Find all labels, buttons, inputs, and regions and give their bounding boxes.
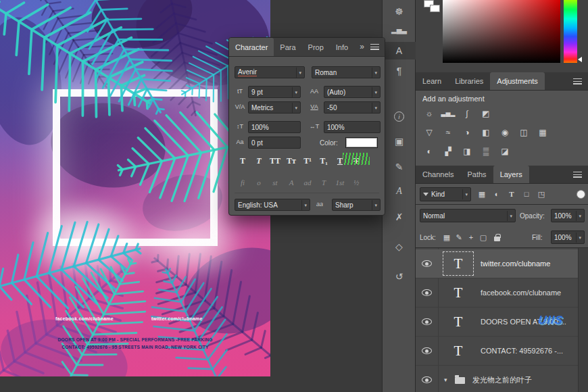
type-layer-thumbnail[interactable]: T xyxy=(448,312,468,332)
type-layer-thumbnail[interactable]: T xyxy=(448,283,468,303)
kerning-select[interactable]: Metrics xyxy=(248,101,301,114)
tab-character[interactable]: Character xyxy=(229,38,274,56)
levels-icon[interactable]: ▃▅▂ xyxy=(440,107,456,120)
panel-menu-icon[interactable] xyxy=(573,172,582,178)
channel-mixer-icon[interactable]: ◫ xyxy=(516,126,532,139)
opacity-field[interactable]: 100% xyxy=(551,209,585,222)
tab-adjustments[interactable]: Adjustments xyxy=(490,72,545,90)
collapse-panel-icon[interactable]: » xyxy=(360,42,364,51)
tab-layers[interactable]: Layers xyxy=(493,166,529,183)
type-layer-thumbnail[interactable]: T xyxy=(448,341,468,361)
selective-color-icon[interactable]: ◪ xyxy=(497,145,513,158)
filter-pixel-layers-icon[interactable]: ▦ xyxy=(475,187,489,201)
filter-smart-object-icon[interactable]: ◳ xyxy=(535,187,548,201)
character-panel-icon[interactable]: A xyxy=(383,42,416,59)
superscript-button[interactable]: T¹ xyxy=(299,154,316,168)
ot-titling-button[interactable]: T xyxy=(316,176,332,189)
language-select[interactable]: English: USA xyxy=(235,199,310,211)
blend-mode-select[interactable]: Normal xyxy=(420,209,516,222)
background-color-swatch[interactable] xyxy=(430,5,440,12)
antialias-select[interactable]: Sharp xyxy=(332,199,381,211)
x-panel-icon[interactable]: ✗ xyxy=(383,208,416,226)
panel-menu-icon[interactable] xyxy=(370,44,379,50)
tab-properties[interactable]: Prop xyxy=(302,38,330,56)
filter-type-icon[interactable]: T xyxy=(505,187,518,201)
3d-panel-icon[interactable]: ◇ xyxy=(383,238,416,255)
hue-saturation-icon[interactable]: ≈ xyxy=(440,126,456,139)
lock-transparency-icon[interactable]: ▦ xyxy=(441,230,452,244)
curves-icon[interactable]: ∫ xyxy=(459,107,475,120)
text-color-swatch[interactable] xyxy=(345,137,378,148)
glyphs-panel-icon[interactable]: A xyxy=(383,182,416,200)
chevron-down-icon[interactable]: ▾ xyxy=(444,376,447,383)
font-style-select[interactable]: Roman xyxy=(312,66,381,78)
filter-shape-icon[interactable]: □ xyxy=(520,187,533,201)
baseline-shift-field[interactable]: 0 pt xyxy=(248,137,301,149)
fill-field[interactable]: 100% xyxy=(551,230,585,244)
layer-group-row[interactable]: ▾ 发光物之前的叶子 xyxy=(416,366,578,392)
small-caps-button[interactable]: Tт xyxy=(283,154,299,168)
horizontal-scale-field[interactable]: 100% xyxy=(324,121,381,133)
histogram-panel-icon[interactable]: ▂▅▃ xyxy=(383,22,416,39)
eye-icon[interactable] xyxy=(422,289,432,296)
ot-stylistic-button[interactable]: ad xyxy=(299,176,316,189)
info-panel-icon[interactable]: i xyxy=(383,107,416,124)
faux-italic-button[interactable]: T xyxy=(251,154,267,168)
vertical-scale-field[interactable]: 100% xyxy=(248,121,301,133)
history-panel-icon[interactable]: ↺ xyxy=(383,268,416,285)
layer-row[interactable]: T twitter.com/clubname xyxy=(416,249,578,278)
all-caps-button[interactable]: TT xyxy=(267,154,283,168)
filter-kind-select[interactable]: Kind xyxy=(420,187,471,201)
photo-filter-icon[interactable]: ◉ xyxy=(497,126,513,139)
type-layer-thumbnail[interactable]: T xyxy=(448,253,468,274)
lock-position-icon[interactable]: + xyxy=(466,230,476,244)
invert-icon[interactable]: ◐ xyxy=(421,145,437,158)
subscript-button[interactable]: T₁ xyxy=(316,154,332,168)
ot-contextual-button[interactable]: o xyxy=(251,176,267,189)
tracking-select[interactable]: -50 xyxy=(324,101,381,114)
hue-slider[interactable] xyxy=(564,0,577,63)
eye-icon[interactable] xyxy=(422,347,432,354)
ot-fractions-button[interactable]: ½ xyxy=(348,176,364,189)
paragraph-panel-icon[interactable]: ¶ xyxy=(383,62,416,80)
faux-bold-button[interactable]: T xyxy=(235,154,251,168)
ot-ligatures-button[interactable]: fi xyxy=(235,176,251,189)
ot-swash-button[interactable]: A xyxy=(283,176,299,189)
tab-learn[interactable]: Learn xyxy=(416,72,448,90)
vibrance-icon[interactable]: ▽ xyxy=(421,126,437,139)
lock-pixels-icon[interactable]: ✎ xyxy=(454,230,464,244)
filter-adjustment-icon[interactable]: ◐ xyxy=(490,187,504,201)
brush-settings-panel-icon[interactable]: ✎ xyxy=(383,158,416,176)
color-balance-icon[interactable]: ◑ xyxy=(459,126,475,139)
eye-icon[interactable] xyxy=(422,260,432,267)
tab-info[interactable]: Info xyxy=(330,38,354,56)
layer-row[interactable]: T facebook.com/clubname xyxy=(416,278,578,308)
font-family-select[interactable]: Avenir xyxy=(235,66,305,78)
eye-icon[interactable] xyxy=(422,318,432,325)
panel-menu-icon[interactable] xyxy=(573,78,582,84)
color-lookup-icon[interactable]: ▦ xyxy=(535,126,551,139)
posterize-icon[interactable]: ▞ xyxy=(440,145,456,158)
black-white-icon[interactable]: ◧ xyxy=(478,126,494,139)
ot-ordinals-button[interactable]: 1st xyxy=(332,176,348,189)
clone-source-panel-icon[interactable]: ▣ xyxy=(383,132,416,150)
brightness-contrast-icon[interactable]: ☼ xyxy=(421,107,437,120)
hue-marker-icon[interactable] xyxy=(578,57,582,62)
lock-artboard-icon[interactable]: ▢ xyxy=(478,230,489,244)
lock-all-icon[interactable] xyxy=(494,237,500,241)
leading-select[interactable]: (Auto) xyxy=(324,86,381,98)
navigator-panel-icon[interactable]: ☸ xyxy=(383,3,416,20)
filter-toggle[interactable] xyxy=(577,190,585,199)
tab-paragraph[interactable]: Para xyxy=(274,38,301,56)
tab-paths[interactable]: Paths xyxy=(460,166,493,183)
color-field[interactable] xyxy=(443,0,560,63)
layer-row[interactable]: T CONTACT: 49592676 -... xyxy=(416,337,578,366)
ot-discretionary-button[interactable]: st xyxy=(267,176,283,189)
threshold-icon[interactable]: ◨ xyxy=(459,145,475,158)
font-size-select[interactable]: 9 pt xyxy=(248,86,301,98)
eye-icon[interactable] xyxy=(422,376,432,383)
tab-libraries[interactable]: Libraries xyxy=(448,72,490,90)
exposure-icon[interactable]: ◩ xyxy=(478,107,494,120)
gradient-map-icon[interactable]: ▒ xyxy=(478,145,494,158)
tab-channels[interactable]: Channels xyxy=(416,166,460,183)
